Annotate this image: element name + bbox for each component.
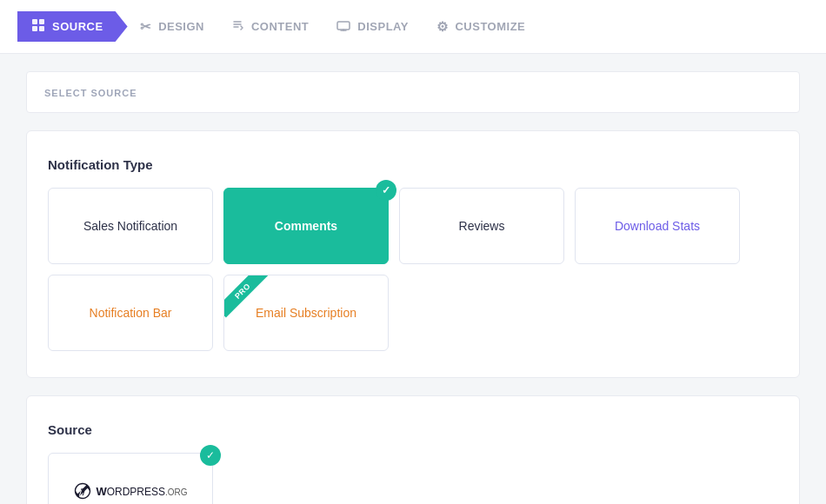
source-icon (31, 18, 45, 35)
notif-card-sales-label: Sales Notification (83, 219, 177, 233)
wordpress-logo: WORDPRESS.ORG (73, 481, 187, 501)
notif-card-sales[interactable]: Sales Notification (48, 188, 213, 264)
design-icon: ✂ (140, 19, 152, 35)
svg-rect-0 (32, 19, 37, 24)
notif-card-notifbar-label: Notification Bar (90, 306, 172, 320)
notification-type-title: Notification Type (48, 157, 778, 172)
wizard-step-display[interactable]: DISPLAY (324, 12, 424, 41)
wordpress-icon (73, 481, 92, 501)
wizard-step-design-label: DESIGN (158, 20, 204, 33)
svg-rect-3 (39, 26, 44, 31)
notification-type-card: Notification Type Sales Notification Com… (26, 130, 800, 378)
wizard-step-customize[interactable]: ⚙ CUSTOMIZE (424, 12, 541, 42)
svg-rect-2 (32, 26, 37, 31)
notif-card-reviews-label: Reviews (459, 219, 505, 233)
svg-rect-1 (39, 19, 44, 24)
notif-card-comments[interactable]: Comments ✓ (223, 188, 389, 264)
notification-type-grid: Sales Notification Comments ✓ Reviews Do… (48, 188, 778, 351)
section-header: SELECT SOURCE (26, 71, 800, 113)
wizard-step-customize-label: CUSTOMIZE (455, 20, 525, 33)
notif-card-download[interactable]: Download Stats (575, 188, 740, 264)
notif-card-reviews[interactable]: Reviews (399, 188, 564, 264)
wizard-step-source[interactable]: SOURCE (17, 11, 128, 42)
content-icon (232, 19, 244, 34)
wordpress-label: WORDPRESS.ORG (96, 485, 187, 498)
notif-card-comments-label: Comments (275, 219, 337, 233)
comments-check-badge: ✓ (376, 180, 396, 201)
notif-card-emailsub[interactable]: Email Subscription (223, 275, 389, 351)
wordpress-check-badge: ✓ (200, 445, 221, 466)
section-header-label: SELECT SOURCE (44, 88, 137, 98)
wizard-step-design[interactable]: ✂ DESIGN (128, 12, 220, 42)
wizard-step-source-label: SOURCE (52, 20, 103, 33)
notif-card-notifbar[interactable]: Notification Bar (48, 275, 213, 351)
source-card-wordpress[interactable]: WORDPRESS.ORG ✓ (48, 453, 213, 504)
wizard-step-display-label: DISPLAY (357, 20, 409, 33)
wizard-step-content-label: CONTENT (251, 20, 309, 33)
main-content: SELECT SOURCE Notification Type Sales No… (0, 54, 826, 504)
notif-card-download-label: Download Stats (615, 219, 700, 233)
pro-ribbon (224, 275, 273, 324)
display-icon (336, 19, 350, 34)
source-grid: WORDPRESS.ORG ✓ (48, 453, 778, 504)
svg-rect-4 (337, 22, 350, 30)
customize-icon: ⚙ (436, 19, 449, 35)
wizard-nav: SOURCE ✂ DESIGN CONTENT (0, 0, 826, 54)
source-card-section: Source WORDPRESS.ORG ✓ (26, 395, 800, 504)
wizard-step-content[interactable]: CONTENT (220, 12, 324, 41)
source-section-title: Source (48, 422, 778, 437)
